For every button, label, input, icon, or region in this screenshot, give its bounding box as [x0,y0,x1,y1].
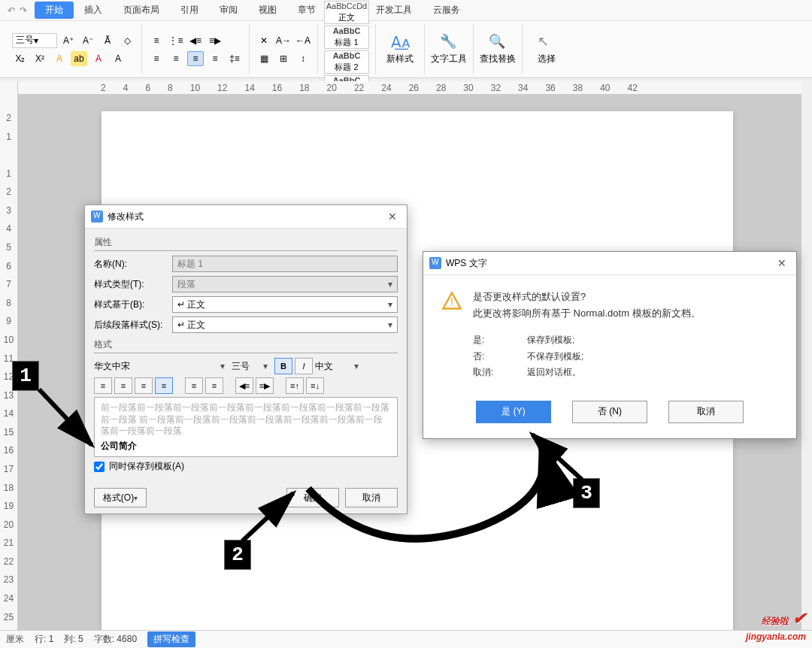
before-para-btn[interactable]: ≡↑ [286,377,304,394]
ltr-icon[interactable]: A→ [275,33,292,48]
font-select[interactable]: 华文中宋 [94,360,229,373]
ruler-vertical: 2112345678910111213141516171819202122232… [0,81,18,630]
align-justify-icon[interactable]: ≡ [187,51,204,66]
spellcheck-button[interactable]: 拼写检查 [147,631,195,647]
tab-view[interactable]: 视图 [248,2,287,19]
tab-chapter[interactable]: 章节 [287,2,326,19]
cancel-button[interactable]: 取消 [345,488,398,507]
name-input [172,256,398,272]
dialog-titlebar[interactable]: 修改样式 ✕ [85,205,407,229]
close-icon[interactable]: ✕ [384,209,401,224]
msg-line1: 是否更改样式的默认设置? [473,289,701,305]
tab-devtools[interactable]: 开发工具 [365,2,423,19]
undo-icon[interactable]: ↶ [8,5,15,16]
decrease-font-icon[interactable]: A⁻ [80,33,96,48]
ribbon: 三号 ▾ A⁺ A⁻ A͂ ◇ X₂ X² A ab A A ≡ ⋮≡ ◀≡ ≡… [0,21,812,78]
save-template-checkbox[interactable]: 同时保存到模板(A) [94,460,398,473]
lang-select[interactable]: 中文 [315,360,363,373]
align-distribute-icon[interactable]: ≡ [207,51,223,66]
line-spacing-icon[interactable]: ‡≡ [226,51,243,66]
style-normal[interactable]: AaBbCcDd正文 [324,1,369,24]
borders-icon[interactable]: ⊞ [275,51,292,66]
cancel-msg-button[interactable]: 取消 [668,401,744,423]
align-right-btn[interactable]: ≡ [135,377,153,394]
superscript-icon[interactable]: X² [32,51,48,66]
redo-icon[interactable]: ↷ [20,5,27,16]
wps-icon [91,210,103,223]
font-color-icon[interactable]: A [51,51,68,66]
tab-cloud[interactable]: 云服务 [423,2,471,19]
after-para-btn[interactable]: ≡↓ [306,377,324,394]
msgbox-title: WPS 文字 [446,257,487,270]
highlight-icon[interactable]: ab [71,51,87,66]
change-case-icon[interactable]: A͂ [99,33,116,48]
decrease-indent-icon[interactable]: ◀≡ [187,33,204,48]
directional-icon[interactable]: ✕ [256,33,272,48]
status-col: 列: 5 [64,633,83,646]
next-select[interactable]: ↵ 正文 [172,316,398,333]
row-no-k: 否: [473,349,527,365]
indent-inc-btn[interactable]: ≡▶ [256,377,274,394]
italic-button[interactable]: I [295,358,313,374]
spacing-loose-btn[interactable]: ≡ [205,377,223,394]
tab-reference[interactable]: 引用 [170,2,209,19]
style-heading2[interactable]: AaBbC标题 2 [324,50,369,74]
bold-button[interactable]: B [274,358,292,374]
next-label: 后续段落样式(S): [94,319,172,332]
base-select[interactable]: ↵ 正文 [172,296,398,313]
type-label: 样式类型(T): [94,278,172,291]
no-button[interactable]: 否 (N) [572,401,647,423]
char-shading-icon[interactable]: A [110,51,126,66]
align-justify-btn[interactable]: ≡ [155,377,173,394]
status-unit: 厘米 [6,633,24,646]
base-label: 样式基于(B): [94,298,172,311]
increase-indent-icon[interactable]: ≡▶ [207,33,223,48]
save-template-input[interactable] [94,462,105,472]
find-replace-button[interactable]: 🔍查找替换 [480,28,516,71]
shading-icon[interactable]: ▦ [256,51,272,66]
style-gallery[interactable]: AaBbCcDd正文 AaBbC标题 1 AaBbC标题 2 AaBbC标题 3 [318,24,376,74]
spacing-tight-btn[interactable]: ≡ [185,377,203,394]
wrench-icon: 🔧 [440,33,458,51]
row-cancel-k: 取消: [473,365,527,381]
dialog-title: 修改样式 [108,210,144,223]
numbering-icon[interactable]: ⋮≡ [168,33,184,48]
row-no-v: 不保存到模板; [527,349,778,365]
align-left-icon[interactable]: ≡ [148,51,165,66]
row-yes-v: 保存到模板; [527,332,778,349]
text-tools-button[interactable]: 🔧文字工具 [431,28,467,71]
font-size-combo[interactable]: 三号 ▾ [12,33,57,48]
size-select[interactable]: 三号 [232,360,272,373]
scrollbar-vertical[interactable] [801,81,812,630]
align-left-btn[interactable]: ≡ [94,377,112,394]
yes-button[interactable]: 是 (Y) [476,401,551,423]
warning-icon: ! [441,290,462,311]
status-words[interactable]: 字数: 4680 [94,633,137,646]
text-color-icon[interactable]: A [90,51,107,66]
tab-review[interactable]: 审阅 [209,2,248,19]
ok-button[interactable]: 确定 [286,488,339,507]
subscript-icon[interactable]: X₂ [12,51,29,66]
increase-font-icon[interactable]: A⁺ [60,33,77,48]
tab-layout[interactable]: 页面布局 [113,2,170,19]
new-style-icon: A͟ᴀ [391,33,409,51]
indent-dec-btn[interactable]: ◀≡ [235,377,253,394]
msgbox-titlebar[interactable]: WPS 文字 ✕ [423,252,796,275]
clear-format-icon[interactable]: ◇ [119,33,135,48]
rtl-icon[interactable]: ←A [295,33,311,48]
tab-insert[interactable]: 插入 [74,2,113,19]
select-button[interactable]: ↖选择 [529,28,565,71]
properties-label: 属性 [94,235,398,251]
style-heading1[interactable]: AaBbC标题 1 [324,26,369,49]
bullets-icon[interactable]: ≡ [148,33,165,48]
align-center-icon[interactable]: ≡ [168,51,184,66]
tab-start[interactable]: 开始 [35,2,74,19]
preview-box: 前一段落前一段落前一段落前一段落前一段落前一段落前一段落前一段落前一段落 前一段… [94,397,398,457]
sort-icon[interactable]: ↕ [295,51,311,66]
new-style-button[interactable]: A͟ᴀ新样式 [382,28,418,71]
watermark-url: jingyanla.com [746,631,806,642]
align-center-btn[interactable]: ≡ [114,377,132,394]
wps-icon [429,257,441,269]
close-icon[interactable]: ✕ [774,256,790,271]
format-dropdown[interactable]: 格式(O) [94,488,147,507]
